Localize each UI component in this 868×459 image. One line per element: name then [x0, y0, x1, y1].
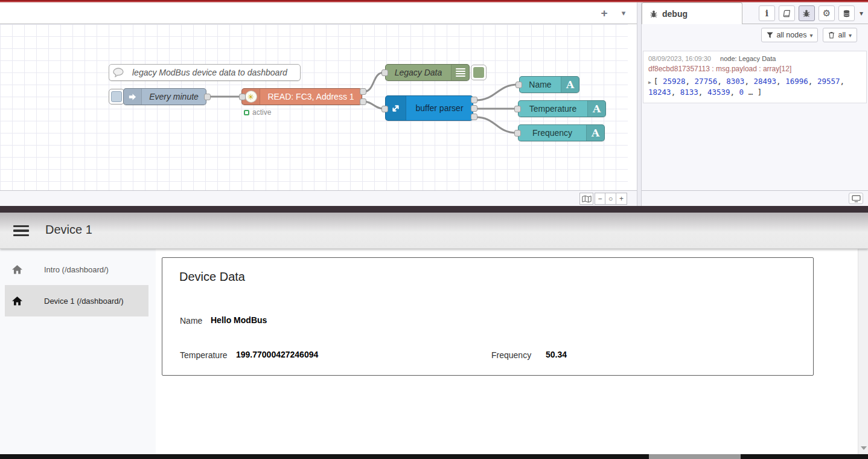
filter-nodes-button[interactable]: all nodes ▾ [761, 28, 818, 42]
wire[interactable] [476, 85, 518, 100]
text-A-icon: A [593, 103, 601, 115]
sidebar-item-label: Device 1 (/dashboard/) [44, 297, 124, 306]
temperature-label: Temperature [180, 350, 228, 360]
tab-debug-label: debug [662, 9, 688, 19]
ui-text-temperature-input-port[interactable] [514, 106, 521, 112]
inject-node-label: Every minute [142, 92, 206, 101]
debug-node-label: Legacy Data [386, 68, 451, 77]
wire[interactable] [476, 117, 517, 133]
debug-payload[interactable]: ▶[ 25928, 27756, 8303, 28493, 16996, 295… [648, 76, 861, 98]
monitor-icon [852, 195, 861, 202]
window-separator [0, 206, 868, 213]
sidebar-menu-caret[interactable]: ▾ [858, 9, 864, 18]
buffer-output-port-1[interactable] [471, 97, 477, 103]
debug-lines-icon [456, 67, 465, 78]
bug-icon [802, 9, 811, 18]
flow-canvas[interactable]: legacy ModBus device data to dashboard E… [0, 24, 628, 190]
comment-node-label: legacy ModBus device data to dashboard [127, 68, 300, 77]
comment-bubble-icon [113, 68, 124, 77]
sidebar-header: debug i ⚙ [642, 2, 868, 24]
screen: + ▾ legacy ModBus device data to [0, 0, 868, 459]
device-data-card: Device Data Name Hello ModBus Temperatur… [162, 257, 814, 376]
modbus-read-node[interactable]: ✳ READ: FC3, Address 1 [241, 88, 362, 105]
book-icon [782, 10, 791, 18]
home-icon [12, 265, 22, 274]
zoom-controls: − ○ + [595, 193, 627, 205]
bottom-scrollbar-thumb[interactable] [649, 454, 741, 459]
filter-label: all nodes [776, 31, 806, 39]
wire[interactable] [363, 72, 384, 92]
ui-text-name-input-port[interactable] [515, 82, 522, 88]
buffer-output-port-3[interactable] [471, 114, 477, 120]
name-label: Name [180, 316, 202, 326]
sidebar-splitter[interactable] [637, 2, 642, 206]
comment-node[interactable]: legacy ModBus device data to dashboard [109, 64, 301, 81]
bottom-scrollbar[interactable] [0, 454, 868, 459]
debug-input-port[interactable] [381, 69, 388, 76]
tab-context-button[interactable] [838, 5, 855, 21]
debug-message-timestamp: 08/09/2023, 16:09:30 [648, 55, 711, 62]
modbus-output-port-1[interactable] [360, 88, 366, 95]
clear-label: all [838, 31, 846, 39]
resize-arrows-icon [391, 104, 400, 113]
debug-message-list[interactable]: 08/09/2023, 16:09:30 node: Legacy Data d… [643, 51, 867, 190]
clear-messages-button[interactable]: all ▾ [823, 28, 857, 42]
flow-tabbar: + ▾ [0, 2, 637, 24]
zoom-in-button[interactable]: + [616, 193, 627, 205]
inject-output-port[interactable] [204, 94, 211, 100]
debug-toolbar: all nodes ▾ all ▾ [642, 28, 868, 46]
inject-node[interactable]: Every minute [123, 88, 206, 105]
inject-arrow-icon [128, 92, 137, 101]
ui-text-node-temperature[interactable]: Temperature A [518, 100, 606, 117]
debug-message[interactable]: 08/09/2023, 16:09:30 node: Legacy Data d… [643, 51, 867, 103]
buffer-parser-node[interactable]: buffer parser [385, 95, 473, 121]
ui-text-label: Temperature [519, 104, 587, 114]
zoom-out-button[interactable]: − [595, 193, 605, 205]
ui-text-node-name[interactable]: Name A [519, 76, 579, 93]
modbus-icon: ✳ [245, 91, 257, 103]
modbus-output-port-2[interactable] [360, 98, 366, 105]
dashboard-title: Device 1 [45, 223, 92, 237]
buffer-output-port-2[interactable] [471, 105, 477, 112]
dashboard-scrollbar[interactable] [858, 213, 868, 454]
tab-help-button[interactable] [779, 5, 795, 21]
wire[interactable] [363, 101, 384, 109]
flow-list-dropdown[interactable]: ▾ [616, 6, 631, 21]
zoom-reset-button[interactable]: ○ [605, 193, 616, 205]
ui-text-node-frequency[interactable]: Frequency A [518, 124, 605, 141]
debug-message-source[interactable]: node: Legacy Data [720, 55, 776, 62]
chevron-down-icon: ▾ [849, 32, 852, 39]
bug-icon [649, 10, 658, 18]
tab-info-button[interactable]: i [759, 5, 775, 21]
tab-debug[interactable]: debug [642, 2, 742, 24]
ui-text-frequency-input-port[interactable] [514, 130, 521, 136]
debug-toggle-button[interactable] [471, 65, 487, 80]
temperature-value: 199.77000427246094 [236, 350, 318, 359]
debug-node-legacy-data[interactable]: Legacy Data [385, 64, 470, 81]
sidebar-tab-buttons: i ⚙ [759, 5, 864, 21]
inject-trigger-button[interactable] [109, 89, 124, 104]
editor-footer: − ○ + [0, 190, 637, 206]
scroll-down-arrow[interactable] [861, 446, 867, 450]
nodered-editor: + ▾ legacy ModBus device data to [0, 2, 637, 206]
trash-icon [828, 31, 835, 39]
ui-text-label: Frequency [519, 128, 586, 138]
sidebar-item-device1[interactable]: Device 1 (/dashboard/) [5, 285, 148, 316]
menu-icon[interactable] [13, 225, 29, 239]
modbus-input-port[interactable] [239, 94, 246, 100]
buffer-input-port[interactable] [381, 106, 388, 112]
open-window-button[interactable] [849, 193, 863, 204]
debug-sidebar-footer [642, 190, 868, 206]
sidebar-item-intro[interactable]: Intro (/dashboard/) [0, 254, 156, 285]
sidebar-item-label: Intro (/dashboard/) [44, 265, 109, 274]
gear-icon: ⚙ [823, 8, 831, 19]
navigator-button[interactable] [579, 193, 593, 205]
buffer-parser-label: buffer parser [406, 103, 473, 113]
frequency-value: 50.34 [546, 350, 567, 359]
dashboard-sidebar: Intro (/dashboard/) Device 1 (/dashboard… [0, 249, 156, 454]
tab-config-button[interactable]: ⚙ [819, 5, 835, 21]
name-value: Hello ModBus [211, 315, 267, 325]
add-flow-button[interactable]: + [596, 6, 612, 21]
tab-debug-button[interactable] [799, 5, 815, 21]
text-A-icon: A [592, 127, 599, 139]
